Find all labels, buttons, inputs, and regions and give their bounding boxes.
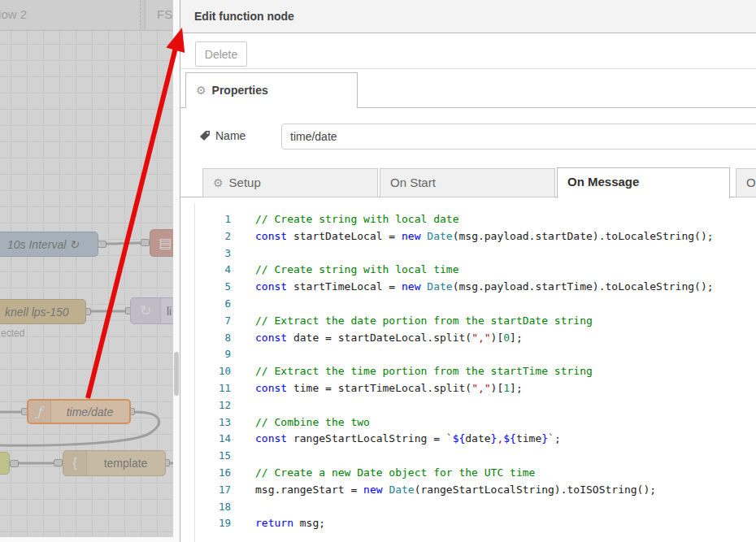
edit-tray: Edit function node Delete ⚙Properties Na… xyxy=(180,0,756,542)
code-line: 11const time = startTimeLocal.split(",")… xyxy=(195,380,756,397)
line-number: 15 xyxy=(195,448,231,465)
line-number: 18 xyxy=(195,499,231,516)
shade-overlay xyxy=(0,0,173,542)
code-line: 19return msg; xyxy=(195,515,756,532)
tab-on-stop[interactable]: On Stop xyxy=(736,168,756,197)
code-line: 6 xyxy=(195,296,756,313)
code-line: 7// Extract the date portion from the st… xyxy=(195,313,756,330)
line-number: 8 xyxy=(195,330,231,347)
line-number: 16 xyxy=(195,465,231,482)
code-line: 1// Create string with local date xyxy=(195,211,756,228)
line-number: 13 xyxy=(195,414,231,431)
line-number: 5 xyxy=(195,279,231,296)
toolbar-divider xyxy=(180,68,756,69)
code-line: 14const rangeStartLocalString = `${date}… xyxy=(195,431,756,448)
line-number: 3 xyxy=(195,245,231,262)
tab-properties[interactable]: ⚙Properties xyxy=(185,72,358,108)
delete-button[interactable]: Delete xyxy=(195,41,247,67)
tab-on-message[interactable]: On Message xyxy=(557,167,730,198)
tag-icon xyxy=(199,130,211,141)
code-line: 13// Combine the two xyxy=(195,414,756,431)
properties-tab-label: Properties xyxy=(212,84,268,97)
line-number: 2 xyxy=(195,228,231,245)
code-line: 4// Create string with local time xyxy=(195,262,756,279)
workspace-horizontal-scrollbar xyxy=(0,537,173,542)
scrollbar-thumb[interactable] xyxy=(174,352,179,396)
line-number: 9 xyxy=(195,346,231,363)
tab-on-start[interactable]: On Start xyxy=(380,168,555,197)
page-title: Edit function node xyxy=(194,0,294,33)
line-number: 10 xyxy=(195,363,231,380)
code-line: 18 xyxy=(195,499,756,516)
code-line: 10// Extract the time portion from the s… xyxy=(195,363,756,380)
line-number: 11 xyxy=(195,380,231,397)
code-editor[interactable]: 1// Create string with local date2const … xyxy=(194,203,756,542)
code-line: 8const date = startDateLocal.split(",")[… xyxy=(195,330,756,347)
tray-header: Edit function node xyxy=(180,0,756,33)
line-number: 17 xyxy=(195,482,231,499)
workspace-vertical-scrollbar xyxy=(173,0,180,542)
code-line: 17msg.rangeStart = new Date(rangeStartLo… xyxy=(195,482,756,499)
line-number: 19 xyxy=(195,515,231,532)
name-label: Name xyxy=(199,129,245,142)
code-line: 5const startTimeLocal = new Date(msg.pay… xyxy=(195,279,756,296)
code-line: 15 xyxy=(195,448,756,465)
name-input[interactable] xyxy=(281,124,756,150)
line-number: 7 xyxy=(195,313,231,330)
gear-icon: ⚙ xyxy=(213,176,224,189)
gear-icon: ⚙ xyxy=(196,84,206,97)
flow-workspace: Flow 2 FS 10s Interval ↻▤knell lps-150↻l… xyxy=(0,0,173,542)
code-line: 2const startDateLocal = new Date(msg.pay… xyxy=(195,228,756,245)
line-number: 6 xyxy=(195,296,231,313)
tab-setup[interactable]: ⚙Setup xyxy=(202,168,378,197)
line-number: 4 xyxy=(195,262,231,279)
code-line: 9 xyxy=(195,346,756,363)
screen: { "workspace": { "flow_tabs": [ {"label"… xyxy=(0,0,756,542)
code-line: 16// Create a new Date object for the UT… xyxy=(195,465,756,482)
line-number: 14 xyxy=(195,431,231,448)
line-number: 1 xyxy=(195,211,231,228)
code-line: 12 xyxy=(195,397,756,414)
code-line: 3 xyxy=(195,245,756,262)
line-number: 12 xyxy=(195,397,231,414)
